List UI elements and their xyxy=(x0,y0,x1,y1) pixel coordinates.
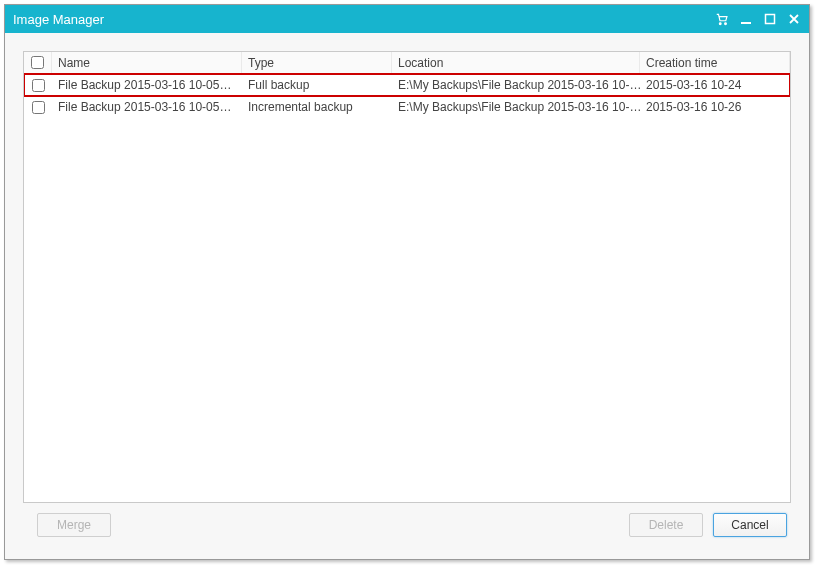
header-name[interactable]: Name xyxy=(52,52,242,73)
header-creation-time[interactable]: Creation time xyxy=(640,52,790,73)
window-title: Image Manager xyxy=(13,12,715,27)
delete-button[interactable]: Delete xyxy=(629,513,703,537)
table-row[interactable]: File Backup 2015-03-16 10-05…Incremental… xyxy=(24,96,790,118)
cancel-button[interactable]: Cancel xyxy=(713,513,787,537)
cart-icon[interactable] xyxy=(715,12,729,26)
backup-table: Name Type Location Creation time File Ba… xyxy=(23,51,791,503)
maximize-icon[interactable] xyxy=(763,12,777,26)
header-checkbox-cell xyxy=(24,52,52,73)
row-checkbox-cell xyxy=(24,96,52,118)
table-body: File Backup 2015-03-16 10-05…Full backup… xyxy=(24,74,790,118)
content-area: Name Type Location Creation time File Ba… xyxy=(5,33,809,559)
header-type[interactable]: Type xyxy=(242,52,392,73)
svg-point-1 xyxy=(725,23,727,25)
row-checkbox-cell xyxy=(24,74,52,96)
minimize-icon[interactable] xyxy=(739,12,753,26)
row-type: Incremental backup xyxy=(242,96,392,118)
image-manager-window: Image Manager xyxy=(4,4,810,560)
header-location[interactable]: Location xyxy=(392,52,640,73)
row-type: Full backup xyxy=(242,74,392,96)
svg-rect-3 xyxy=(766,15,775,24)
row-name: File Backup 2015-03-16 10-05… xyxy=(52,74,242,96)
window-controls xyxy=(715,12,801,26)
table-row[interactable]: File Backup 2015-03-16 10-05…Full backup… xyxy=(24,74,790,96)
row-location: E:\My Backups\File Backup 2015-03-16 10-… xyxy=(392,96,640,118)
row-creation-time: 2015-03-16 10-24 xyxy=(640,74,790,96)
merge-button[interactable]: Merge xyxy=(37,513,111,537)
close-icon[interactable] xyxy=(787,12,801,26)
select-all-checkbox[interactable] xyxy=(31,56,44,69)
svg-point-0 xyxy=(719,23,721,25)
row-checkbox[interactable] xyxy=(32,79,45,92)
footer-bar: Merge Delete Cancel xyxy=(23,503,791,547)
row-checkbox[interactable] xyxy=(32,101,45,114)
svg-rect-2 xyxy=(741,22,751,24)
row-location: E:\My Backups\File Backup 2015-03-16 10-… xyxy=(392,74,640,96)
table-header-row: Name Type Location Creation time xyxy=(24,52,790,74)
row-name: File Backup 2015-03-16 10-05… xyxy=(52,96,242,118)
titlebar: Image Manager xyxy=(5,5,809,33)
row-creation-time: 2015-03-16 10-26 xyxy=(640,96,790,118)
